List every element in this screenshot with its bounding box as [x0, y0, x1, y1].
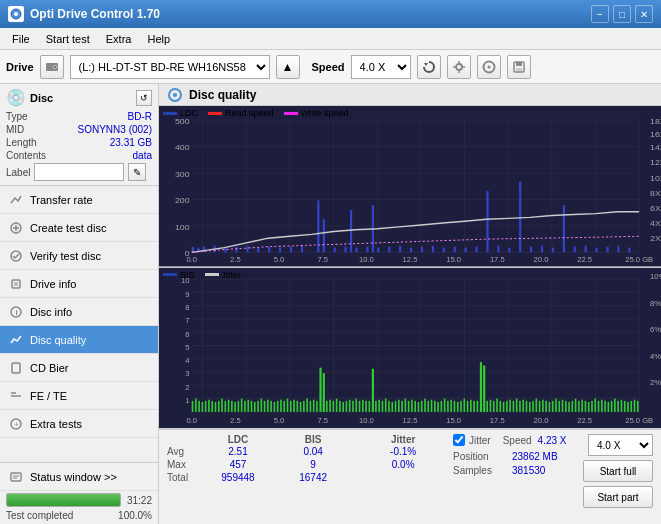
minimize-button[interactable]: −: [591, 5, 609, 23]
svg-rect-219: [352, 400, 354, 411]
jitter-checkbox[interactable]: [453, 434, 465, 446]
svg-text:0.0: 0.0: [186, 415, 197, 424]
svg-rect-14: [516, 62, 522, 66]
svg-rect-207: [313, 399, 315, 411]
legend-ldc-label: LDC: [180, 108, 198, 118]
svg-rect-25: [12, 363, 20, 373]
status-section: Status window >> 31:22 Test completed 10…: [0, 462, 158, 524]
menu-start-test[interactable]: Start test: [38, 31, 98, 47]
menu-extra[interactable]: Extra: [98, 31, 140, 47]
disc-section: 💿 Disc ↺ Type BD-R MID SONYNN3 (002) Len…: [0, 84, 158, 186]
svg-rect-260: [486, 400, 488, 411]
legend-jitter: Jitter: [205, 270, 242, 280]
svg-rect-251: [457, 401, 459, 411]
menu-file[interactable]: File: [4, 31, 38, 47]
nav-create-test-disc[interactable]: Create test disc: [0, 214, 158, 242]
save-button[interactable]: [507, 55, 531, 79]
drive-select[interactable]: (L:) HL-DT-ST BD-RE WH16NS58 TST4: [70, 55, 270, 79]
nav-disc-info[interactable]: i Disc info: [0, 298, 158, 326]
svg-rect-113: [541, 246, 543, 253]
svg-rect-244: [434, 400, 436, 411]
svg-rect-268: [513, 400, 515, 411]
nav-cd-bier[interactable]: CD Bier: [0, 354, 158, 382]
status-window-item[interactable]: Status window >>: [0, 463, 158, 491]
svg-text:25.0 GB: 25.0 GB: [625, 415, 653, 424]
nav-transfer-rate[interactable]: Transfer rate: [0, 186, 158, 214]
legend-write: Write speed: [284, 108, 349, 118]
nav-verify-test-disc[interactable]: Verify test disc: [0, 242, 158, 270]
refresh-button[interactable]: [417, 55, 441, 79]
sidebar: 💿 Disc ↺ Type BD-R MID SONYNN3 (002) Len…: [0, 84, 159, 524]
svg-rect-97: [345, 247, 347, 253]
svg-text:1: 1: [185, 395, 189, 404]
svg-rect-215: [339, 400, 341, 411]
svg-rect-243: [431, 399, 433, 411]
nav-drive-info[interactable]: Drive info: [0, 270, 158, 298]
svg-rect-262: [493, 400, 495, 411]
nav-extra-tests[interactable]: + Extra tests: [0, 410, 158, 438]
settings-button[interactable]: [447, 55, 471, 79]
svg-rect-212: [329, 399, 331, 411]
svg-rect-248: [447, 400, 449, 411]
svg-rect-246: [441, 400, 443, 411]
start-part-button[interactable]: Start part: [583, 486, 653, 508]
svg-text:15.0: 15.0: [446, 256, 461, 263]
svg-rect-93: [279, 248, 281, 253]
nav-fe-te[interactable]: FE / TE: [0, 382, 158, 410]
menu-help[interactable]: Help: [139, 31, 178, 47]
svg-text:15.0: 15.0: [446, 415, 461, 424]
row-avg-label: Avg: [167, 445, 197, 458]
svg-rect-94: [290, 247, 292, 253]
svg-rect-174: [205, 400, 207, 411]
legend-bis-label: BIS: [180, 270, 195, 280]
svg-rect-204: [303, 400, 305, 411]
svg-text:4%: 4%: [650, 351, 661, 360]
label-input[interactable]: [34, 163, 124, 181]
nav-extra-tests-label: Extra tests: [30, 418, 82, 430]
svg-rect-180: [224, 400, 226, 411]
start-full-button[interactable]: Start full: [583, 460, 653, 482]
disc-refresh-btn[interactable]: ↺: [136, 90, 152, 106]
row-max-ldc: 457: [197, 458, 279, 471]
svg-text:i: i: [16, 308, 18, 317]
svg-rect-223: [365, 400, 367, 411]
title-bar: Opti Drive Control 1.70 − □ ✕: [0, 0, 661, 28]
svg-rect-114: [552, 248, 554, 253]
svg-rect-256: [473, 400, 475, 411]
svg-rect-259: [483, 365, 485, 411]
svg-rect-98: [355, 248, 357, 253]
svg-rect-293: [594, 398, 596, 411]
svg-rect-28: [11, 473, 21, 481]
close-button[interactable]: ✕: [635, 5, 653, 23]
legend-read-label: Read speed: [225, 108, 274, 118]
chart1-svg: 500 400 300 200 100 0 18X 16X 14X 12X 10…: [159, 106, 661, 267]
svg-rect-231: [391, 401, 393, 411]
samples-label: Samples: [453, 465, 508, 476]
speed-select[interactable]: 4.0 X: [351, 55, 411, 79]
svg-rect-178: [218, 400, 220, 411]
svg-rect-297: [608, 401, 610, 411]
svg-rect-298: [611, 400, 613, 411]
svg-rect-191: [260, 398, 262, 411]
eject-button[interactable]: ▲: [276, 55, 300, 79]
svg-rect-88: [350, 210, 352, 252]
svg-rect-249: [450, 399, 452, 411]
svg-rect-171: [195, 398, 197, 411]
legend-ldc: LDC: [163, 108, 198, 118]
svg-rect-173: [202, 401, 204, 411]
type-label: Type: [6, 111, 28, 122]
svg-rect-112: [530, 247, 532, 253]
disc-button[interactable]: [477, 55, 501, 79]
nav-disc-quality[interactable]: Disc quality: [0, 326, 158, 354]
svg-rect-221: [359, 400, 361, 411]
svg-rect-111: [508, 248, 510, 253]
svg-rect-295: [601, 399, 603, 411]
svg-rect-289: [581, 399, 583, 411]
maximize-button[interactable]: □: [613, 5, 631, 23]
drive-icon-btn[interactable]: [40, 55, 64, 79]
label-edit-btn[interactable]: ✎: [128, 163, 146, 181]
speed-text-label: Speed: [503, 435, 532, 446]
speed-dropdown[interactable]: 4.0 X: [588, 434, 653, 456]
disc-quality-header-icon: [167, 87, 183, 103]
app-icon: [8, 6, 24, 22]
